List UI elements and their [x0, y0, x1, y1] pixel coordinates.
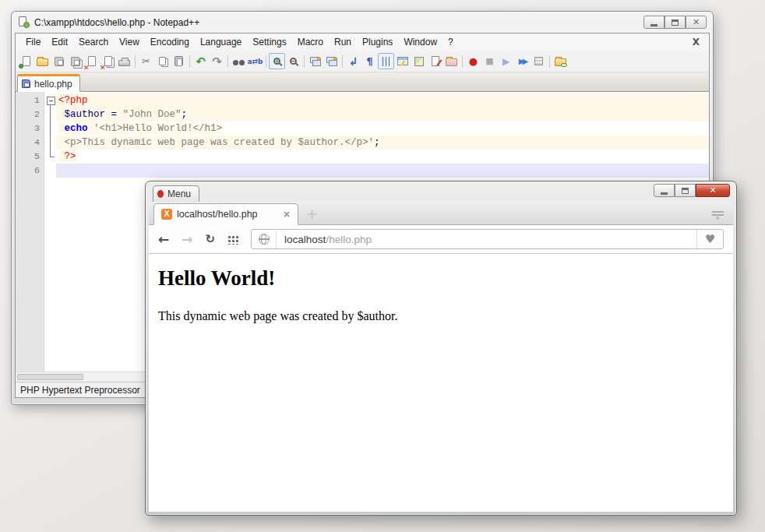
bookmark-button[interactable]: ♥ [696, 230, 723, 248]
code-line-3[interactable]: echo '<h1>Hello World!</h1> [56, 122, 709, 136]
npp-close-button[interactable]: ✕ [686, 16, 707, 29]
close-all-files-icon[interactable]: ✕ [100, 53, 116, 69]
menu-macro[interactable]: Macro [292, 35, 329, 49]
menu-edit[interactable]: Edit [46, 35, 73, 49]
npp-window-title: C:\xampp\htdocs\hello.php - Notepad++ [34, 17, 639, 28]
menu-encoding[interactable]: Encoding [145, 35, 195, 49]
find-icon[interactable] [231, 53, 247, 69]
code-line-5[interactable]: ?> [56, 150, 709, 164]
new-tab-button[interactable]: + [306, 207, 318, 221]
undo-icon[interactable]: ↶ [192, 53, 209, 69]
close-icon: ✕ [709, 185, 716, 196]
menubar-close-doc-button[interactable]: X [688, 37, 704, 48]
folder-link-icon[interactable] [552, 53, 569, 69]
heart-icon: ♥ [705, 232, 715, 246]
opera-minimize-button[interactable] [654, 184, 675, 197]
back-button[interactable]: ← [158, 233, 169, 246]
code-line-6-caret-line[interactable] [56, 164, 709, 178]
fold-collapse-box[interactable] [44, 93, 57, 107]
save-all-icon[interactable] [67, 53, 83, 69]
tab-hello-php[interactable]: hello.php [17, 74, 80, 92]
npp-minimize-button[interactable] [643, 16, 665, 29]
tab-menu-icon[interactable]: ▼ [711, 210, 724, 221]
opera-restore-button[interactable] [675, 184, 696, 197]
menu-plugins[interactable]: Plugins [357, 35, 398, 49]
menu-help[interactable]: ? [442, 35, 459, 49]
scrollbar-thumb[interactable] [17, 374, 83, 380]
menu-settings[interactable]: Settings [247, 35, 291, 49]
menu-view[interactable]: View [114, 35, 145, 49]
code-line-2[interactable]: $author = "John Doe"; [56, 107, 709, 122]
new-file-icon[interactable] [18, 53, 34, 69]
line-number: 2 [16, 107, 40, 122]
show-indent-guide-icon[interactable] [378, 53, 394, 69]
document-map-icon[interactable] [411, 53, 427, 69]
open-file-icon[interactable] [34, 53, 51, 69]
minimize-icon [650, 24, 657, 26]
opera-close-button[interactable]: ✕ [696, 184, 730, 197]
globe-icon [259, 234, 270, 245]
reload-button[interactable]: ↻ [206, 234, 216, 245]
menu-run[interactable]: Run [329, 35, 357, 49]
opera-titlebar[interactable]: Menu ✕ [149, 181, 733, 202]
toolbar-separator [135, 55, 136, 68]
restore-icon [672, 19, 679, 26]
line-number: 1 [16, 93, 40, 107]
toolbar-separator [227, 55, 228, 68]
macro-stop-icon[interactable]: ■ [481, 53, 498, 69]
folder-as-workspace-icon[interactable] [443, 53, 460, 69]
copy-icon[interactable] [154, 53, 171, 69]
code-line-4[interactable]: <p>This dynamic web page was created by … [56, 136, 709, 150]
page-paragraph: This dynamic web page was created by $au… [158, 309, 719, 323]
toolbar-separator [462, 55, 463, 68]
forward-button[interactable]: → [182, 233, 192, 246]
tab-localhost-hello-php[interactable]: X localhost/hello.php × [153, 203, 298, 225]
sync-horizontal-scrolling-icon[interactable] [323, 53, 340, 69]
code-line-1[interactable]: <?php [56, 93, 709, 107]
function-signature-icon[interactable] [427, 53, 443, 69]
opera-tab-bar: X localhost/hello.php × + ▼ [149, 202, 733, 225]
close-file-icon[interactable]: ✕ [83, 53, 100, 69]
cut-icon[interactable]: ✂ [138, 53, 154, 69]
macro-record-icon[interactable]: ● [465, 53, 481, 69]
toolbar-separator [266, 55, 266, 68]
close-icon: ✕ [693, 17, 700, 27]
url-text[interactable]: localhost/hello.php [284, 234, 372, 245]
replace-icon[interactable]: a⇄b [247, 53, 263, 69]
save-icon[interactable] [51, 53, 67, 69]
speed-dial-icon[interactable] [227, 234, 238, 245]
zoom-in-icon[interactable]: + [269, 53, 285, 69]
fold-empty [44, 164, 57, 178]
toolbar-separator [189, 55, 190, 68]
menu-search[interactable]: Search [73, 35, 114, 49]
xampp-favicon: X [161, 209, 172, 220]
zoom-out-icon[interactable]: − [285, 53, 301, 69]
macro-playback-icon[interactable]: ▶ [498, 53, 514, 69]
line-number: 4 [16, 136, 40, 150]
macro-save-icon[interactable] [531, 53, 547, 69]
site-badge[interactable] [252, 230, 277, 248]
sync-vertical-scrolling-icon[interactable] [307, 53, 323, 69]
redo-icon[interactable]: ↷ [209, 53, 225, 69]
show-all-characters-icon[interactable]: ¶ [361, 53, 378, 69]
menu-language[interactable]: Language [195, 35, 247, 49]
tab-close-icon[interactable]: × [283, 209, 291, 220]
macro-run-multiple-icon[interactable]: ▶▶ [514, 53, 531, 69]
paste-icon[interactable] [171, 53, 187, 69]
npp-titlebar[interactable]: C:\xampp\htdocs\hello.php - Notepad++ ✕ [15, 12, 710, 33]
print-icon[interactable] [116, 53, 132, 69]
menu-window[interactable]: Window [398, 35, 442, 49]
user-defined-dialog-icon[interactable] [394, 53, 411, 69]
tab-label: hello.php [34, 79, 72, 90]
menu-file[interactable]: File [20, 35, 46, 49]
toolbar-separator [549, 55, 550, 68]
opera-menu-button[interactable]: Menu [153, 185, 199, 202]
address-bar[interactable]: localhost/hello.php ♥ [251, 229, 724, 249]
word-wrap-icon[interactable]: ↲ [345, 53, 361, 69]
npp-restore-button[interactable] [665, 16, 686, 29]
restore-icon [682, 188, 689, 194]
npp-toolbar: ✕ ✕ ✂ ↶ ↷ a⇄b + − ↲ ¶ [16, 51, 709, 72]
saved-floppy-icon [22, 79, 30, 88]
fold-line [44, 107, 57, 122]
minimize-icon [661, 192, 668, 195]
